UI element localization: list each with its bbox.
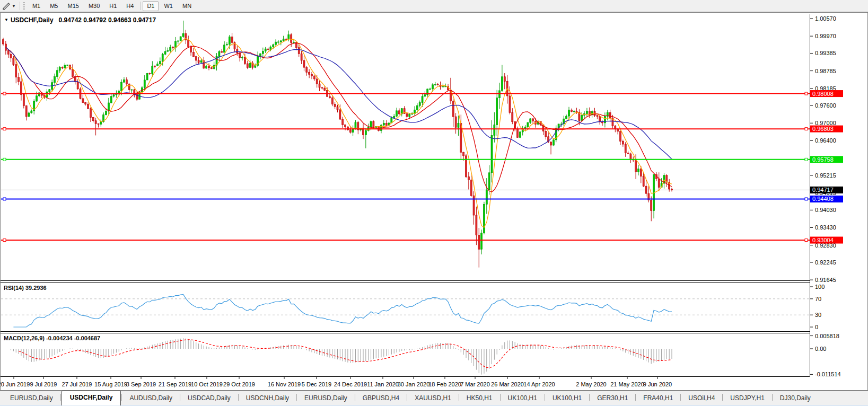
tab-separator [296, 394, 297, 401]
chart-title-symbol: USDCHF,Daily [11, 16, 54, 24]
rsi-indicator-label: RSI(14) 39.2936 [4, 285, 47, 291]
price-label-0.96803-text: 0.96803 [812, 126, 834, 132]
date-tick-label: 16 Nov 2019 [268, 381, 301, 387]
period-button-m15[interactable]: M15 [63, 1, 83, 11]
price-tick-label: 0.95215 [815, 172, 836, 179]
tab-dj30-daily[interactable]: DJ30,Daily [773, 392, 818, 405]
tab-separator [635, 394, 636, 401]
tab-usdcad-daily[interactable]: USDCAD,Daily [181, 392, 238, 405]
rsi-tick-label: 100 [815, 284, 825, 290]
hline-handle[interactable] [3, 158, 6, 161]
date-tick-label: 18 Feb 2020 [428, 381, 461, 387]
price-tick-label: 0.92245 [815, 259, 836, 266]
hline-handle[interactable] [805, 128, 808, 130]
tab-separator [238, 394, 239, 401]
period-button-d1[interactable]: D1 [143, 1, 159, 11]
period-button-m5[interactable]: M5 [46, 1, 62, 11]
macd-indicator-label: MACD(12,26,9) -0.004234 -0.004687 [4, 335, 100, 341]
hline-handle[interactable] [805, 198, 808, 200]
period-button-mn[interactable]: MN [178, 1, 196, 11]
tab-gbpusd-h4[interactable]: GBPUSD,H4 [356, 392, 406, 405]
chart-tab-bar: EURUSD,DailyUSDCHF,DailyAUDUSD,DailyUSDC… [0, 391, 868, 406]
period-button-h4[interactable]: H4 [122, 1, 138, 11]
rsi-tick-label: 70 [815, 296, 821, 302]
price-tick-label: 0.99970 [815, 33, 836, 39]
chart-tabs: EURUSD,DailyUSDCHF,DailyAUDUSD,DailyUSDC… [0, 391, 868, 405]
symbol-menu-icon[interactable]: ▼ [4, 17, 8, 22]
price-tick-label: 1.00570 [815, 15, 836, 22]
tab-uk100-h1[interactable]: UK100,H1 [501, 392, 544, 405]
date-tick-label: 27 Jul 2019 [62, 381, 92, 387]
tab-usdcnh-daily[interactable]: USDCNH,Daily [239, 392, 296, 405]
tab-separator [121, 394, 122, 401]
tab-hk50-h1[interactable]: HK50,H1 [460, 392, 499, 405]
tab-usdjpy-h1[interactable]: USDJPY,H1 [723, 392, 771, 405]
tab-separator [459, 394, 459, 401]
pen-tool-icon[interactable] [2, 2, 11, 10]
date-tick-label: 20 Jun 2019 [0, 381, 30, 387]
toolbar-separator [20, 2, 20, 10]
tab-separator [589, 394, 590, 401]
date-tick-label: 7 Mar 2020 [460, 381, 490, 387]
price-label-0.93004-text: 0.93004 [812, 237, 834, 243]
price-tick-label: 0.96400 [815, 137, 836, 144]
tab-usdchf-daily[interactable]: USDCHF,Daily [62, 391, 121, 405]
tab-fra40-h1[interactable]: FRA40,H1 [636, 392, 680, 405]
price-label-0.98008-text: 0.98008 [812, 91, 834, 97]
tab-separator [407, 394, 407, 401]
tab-separator [500, 394, 501, 401]
hline-handle[interactable] [805, 92, 808, 95]
hline-handle[interactable] [805, 239, 808, 242]
period-button-w1[interactable]: W1 [160, 1, 177, 11]
chart-title-ohlc: 0.94742 0.94792 0.94663 0.94717 [59, 16, 156, 24]
price-tick-label: 0.97600 [815, 102, 836, 109]
price-tick-label: 0.94030 [815, 207, 836, 213]
price-tick-label: 0.98785 [815, 68, 836, 74]
price-label-0.95758-text: 0.95758 [812, 156, 834, 163]
price-tick-label: 0.91645 [815, 277, 836, 283]
period-button-m30[interactable]: M30 [84, 1, 104, 11]
current-price-label-text: 0.94717 [812, 187, 834, 193]
date-tick-label: 11 Jan 2020 [367, 381, 399, 387]
date-tick-label: 21 Sep 2019 [159, 381, 191, 387]
tab-audusd-daily[interactable]: AUDUSD,Daily [122, 392, 179, 405]
dropdown-caret-icon[interactable]: ▼ [12, 4, 16, 8]
tab-separator [680, 394, 681, 401]
date-tick-label: 15 Aug 2019 [94, 381, 127, 387]
hline-handle[interactable] [3, 128, 6, 130]
tab-uk100-h1[interactable]: UK100,H1 [546, 392, 589, 405]
chart-canvas[interactable]: 1.005700.999700.993850.987850.981850.976… [0, 0, 868, 406]
macd-tick-label: 0.00 [815, 346, 826, 352]
tab-ger30-h1[interactable]: GER30,H1 [590, 392, 635, 405]
hline-handle[interactable] [3, 239, 6, 242]
period-button-h1[interactable]: H1 [105, 1, 121, 11]
price-tick-label: 0.93430 [815, 224, 836, 231]
tab-eurusd-daily[interactable]: EURUSD,Daily [3, 392, 60, 405]
macd-tick-label: 0.005818 [815, 333, 839, 339]
date-tick-label: 5 Dec 2019 [302, 381, 331, 387]
toolbar-grip[interactable] [23, 2, 25, 10]
date-tick-label: 26 Mar 2020 [491, 381, 524, 387]
timeframe-toolbar: ▼ M1M5M15M30H1H4D1W1MN [0, 0, 868, 12]
date-tick-label: 21 May 2020 [610, 381, 644, 387]
date-tick-label: 24 Dec 2019 [334, 381, 367, 387]
date-tick-label: 9 Jul 2019 [30, 381, 57, 387]
tab-xauusd-h1[interactable]: XAUUSD,H1 [408, 392, 458, 405]
hline-handle[interactable] [805, 158, 808, 161]
date-tick-label: 2 May 2020 [576, 381, 606, 387]
tab-usoil-h4[interactable]: USOil,H4 [681, 392, 722, 405]
chart-title: ▼USDCHF,Daily0.94742 0.94792 0.94663 0.9… [4, 16, 156, 24]
tab-eurusd-daily[interactable]: EURUSD,Daily [297, 392, 354, 405]
date-tick-label: 9 Jun 2020 [643, 381, 672, 387]
rsi-tick-label: 0 [815, 324, 818, 330]
date-tick-label: 29 Oct 2019 [223, 381, 255, 387]
price-label-0.94408-text: 0.94408 [812, 196, 834, 202]
hline-handle[interactable] [3, 198, 6, 200]
date-tick-label: 30 Jan 2020 [398, 381, 430, 387]
toolbar-separator [140, 2, 141, 10]
period-button-m1[interactable]: M1 [28, 1, 45, 11]
tab-separator [60, 394, 61, 401]
hline-handle[interactable] [3, 92, 6, 95]
date-tick-label: 10 Oct 2019 [191, 381, 223, 387]
rsi-tick-label: 30 [815, 312, 821, 318]
